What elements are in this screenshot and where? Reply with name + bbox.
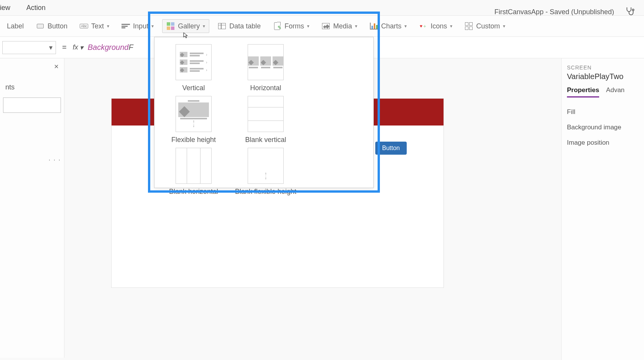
gallery-icon [166, 22, 175, 30]
thumbnail-icon: ↑↓ [176, 96, 212, 132]
chevron-down-icon: ▾ [503, 23, 505, 29]
canvas-button[interactable]: Button [375, 142, 407, 155]
chevron-down-icon: ▾ [203, 23, 205, 29]
gallery-option-blank-flexible-height[interactable]: ↑↓ Blank flexible height [230, 148, 302, 196]
ribbon-forms-text: Forms [284, 22, 304, 30]
chevron-down-icon: ▾ [107, 23, 109, 29]
gallery-option-blank-horizontal[interactable]: Blank horizontal [158, 148, 230, 196]
chevron-down-icon: ▾ [307, 23, 309, 29]
menu-view[interactable]: View [0, 4, 10, 12]
formula-suffix: F [128, 43, 133, 51]
tab-properties[interactable]: Properties [567, 86, 599, 97]
option-label: Vertical [182, 84, 205, 92]
prop-fill[interactable]: Fill [567, 104, 639, 120]
ribbon-custom[interactable]: Custom ▾ [461, 20, 509, 33]
app-title: FirstCanvasApp - Saved (Unpublished) [495, 8, 614, 16]
form-icon [273, 22, 281, 30]
gallery-dropdown: › › › Vertical Horizontal ↑↓ Flexible he… [154, 37, 374, 188]
ribbon-charts-text: Charts [381, 22, 401, 30]
ribbon-gallery-text: Gallery [178, 22, 200, 30]
ribbon-input[interactable]: Input ▾ [118, 20, 158, 33]
thumbnail-icon: › › › [176, 44, 212, 80]
chevron-down-icon: ▾ [450, 23, 452, 29]
ribbon-media-text: Media [333, 22, 352, 30]
svg-point-0 [632, 9, 634, 11]
left-panel: × nts · · · [0, 58, 64, 358]
menu-action[interactable]: Action [26, 4, 46, 12]
fx-label: fx [73, 43, 78, 51]
ribbon-icons-text: Icons [430, 22, 447, 30]
icons-icon: ♥＋ [419, 22, 427, 30]
chevron-down-icon: ▾ [355, 23, 357, 29]
search-input[interactable] [3, 97, 61, 113]
fx-button[interactable]: fx▾ [73, 43, 83, 52]
formula-text[interactable]: BackgroundF [88, 43, 133, 52]
option-label: Blank vertical [245, 136, 286, 144]
table-icon [218, 22, 226, 30]
thumbnail-icon [248, 96, 284, 132]
ribbon-custom-text: Custom [476, 22, 500, 30]
input-icon [122, 22, 130, 30]
ribbon-icons[interactable]: ♥＋ Icons ▾ [415, 20, 456, 33]
chevron-down-icon: ▾ [80, 43, 83, 52]
properties-panel: SCREEN VariablePlayTwo Properties Advan … [561, 58, 644, 360]
screen-name: VariablePlayTwo [567, 72, 639, 81]
button-icon [36, 22, 44, 30]
prop-background-image[interactable]: Background image [567, 120, 639, 135]
gallery-option-horizontal[interactable]: Horizontal [230, 44, 302, 92]
equals-sign: = [62, 43, 67, 52]
formula-prefix: Background [88, 43, 129, 51]
thumbnail-icon [248, 44, 284, 80]
ribbon-media[interactable]: Media ▾ [318, 20, 361, 33]
ribbon-label-text: Label [7, 22, 24, 30]
more-icon[interactable]: · · · [49, 157, 61, 163]
ribbon-charts[interactable]: Charts ▾ [366, 20, 411, 33]
prop-image-position[interactable]: Image position [567, 135, 639, 150]
option-label: Blank flexible height [235, 188, 296, 196]
chevron-down-icon: ▾ [151, 23, 154, 29]
option-label: Horizontal [250, 84, 281, 92]
gallery-option-flexible-height[interactable]: ↑↓ Flexible height [158, 96, 230, 144]
property-dropdown[interactable]: ▾ [2, 41, 56, 54]
text-icon: Abc [80, 22, 88, 30]
charts-icon [370, 22, 378, 30]
option-label: Blank horizontal [169, 188, 218, 196]
chevron-down-icon: ▾ [404, 23, 407, 29]
ribbon-button-text: Button [48, 22, 67, 30]
ribbon-label[interactable]: Label [3, 20, 28, 33]
panel-tabs: Properties Advan [567, 86, 639, 97]
gallery-option-vertical[interactable]: › › › Vertical [158, 44, 230, 92]
media-icon [322, 22, 330, 30]
gallery-option-blank-vertical[interactable]: Blank vertical [230, 96, 302, 144]
option-label: Flexible height [171, 136, 216, 144]
ribbon-text-text: Text [91, 22, 104, 30]
ribbon-data-table-text: Data table [229, 22, 261, 30]
ribbon-data-table[interactable]: Data table [214, 20, 264, 33]
thumbnail-icon: ↑↓ [248, 148, 284, 184]
chevron-down-icon: ▾ [49, 43, 53, 52]
tree-item[interactable]: · · · [0, 153, 64, 167]
ribbon-button[interactable]: Button [32, 20, 71, 33]
custom-icon [465, 22, 473, 30]
tab-advanced[interactable]: Advan [606, 86, 624, 97]
ribbon-text[interactable]: Abc Text ▾ [76, 20, 113, 33]
ribbon-input-text: Input [133, 22, 148, 30]
ribbon: Label Button Abc Text ▾ Input ▾ Gallery … [0, 15, 644, 37]
left-heading: nts [0, 75, 64, 95]
ribbon-gallery[interactable]: Gallery ▾ [162, 19, 209, 33]
thumbnail-icon [176, 148, 212, 184]
panel-heading: SCREEN [567, 64, 639, 71]
close-icon[interactable]: × [54, 62, 59, 71]
ribbon-forms[interactable]: Forms ▾ [269, 20, 313, 33]
